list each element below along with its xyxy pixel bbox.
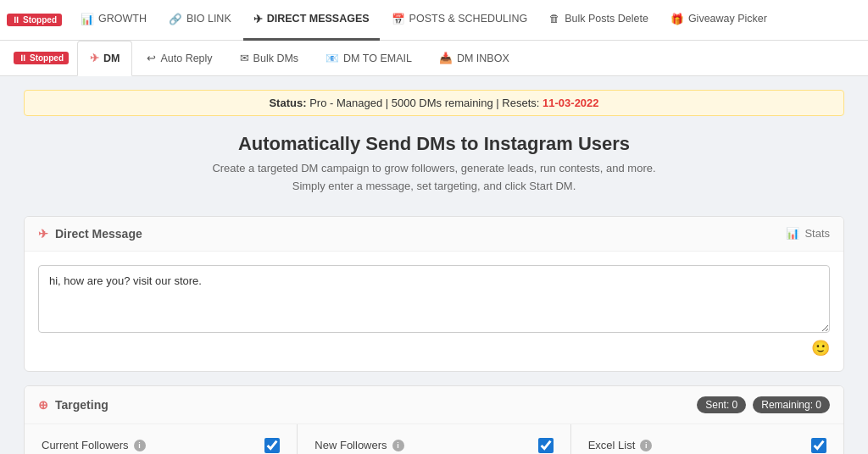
send-icon: ✈ [253,13,263,25]
sub-reply-icon: ↩ [147,52,156,64]
remaining-badge: Remaining: 0 [753,396,830,413]
excel-list-info-icon[interactable]: i [640,440,652,451]
dm-card-body: 🙂 [25,252,843,371]
nav-item-posts[interactable]: 📅 POSTS & SCHEDULING [381,0,538,41]
targeting-icon: ⊕ [38,398,48,412]
resets-label: Resets: [502,97,539,109]
sub-nav: ⏸ Stopped ✈ DM ↩ Auto Reply ✉ Bulk DMs 📧… [0,41,868,76]
separator1: | [386,97,392,109]
main-content: Status: Pro - Managed | 5000 DMs remaini… [10,76,858,454]
targeting-options-row: Current Followers i New Followers i Exce… [25,424,843,454]
nav-item-dm[interactable]: ✈ DIRECT MESSAGES [243,0,380,41]
chart-icon: 📊 [81,13,94,25]
dm-card-header: ✈ Direct Message 📊 Stats [25,217,843,252]
status-value: Pro - Managed [309,97,382,109]
sent-badge: Sent: 0 [697,396,746,413]
sub-nav-autoreply[interactable]: ↩ Auto Reply [134,41,225,76]
hero-section: Automatically Send DMs to Instagram User… [24,133,844,196]
sub-nav-inbox[interactable]: 📥 DM INBOX [426,41,522,76]
dm-card-title: Direct Message [55,227,142,241]
sub-inbox-icon: 📥 [439,52,453,64]
dms-remaining: 5000 DMs remaining [392,97,493,109]
targeting-title-area: ⊕ Targeting [38,398,108,412]
hero-title: Automatically Send DMs to Instagram User… [24,133,844,155]
trash-icon: 🗑 [549,13,560,25]
sub-nav-dm[interactable]: ✈ DM [77,41,132,76]
hero-desc1: Create a targeted DM campaign to grow fo… [24,160,844,178]
nav-item-growth[interactable]: 📊 GROWTH [70,0,157,41]
pause-icon: ⏸ [12,15,20,25]
top-nav: ⏸ Stopped 📊 GROWTH 🔗 BIO LINK ✈ DIRECT M… [0,0,868,41]
link-icon: 🔗 [169,13,182,25]
targeting-card: ⊕ Targeting Sent: 0 Remaining: 0 Current… [24,385,844,454]
nav-item-bulk[interactable]: 🗑 Bulk Posts Delete [539,0,659,41]
resets-date: 11-03-2022 [542,97,599,109]
hero-desc2: Simply enter a message, set targeting, a… [24,178,844,196]
new-followers-checkbox[interactable] [538,438,554,453]
direct-message-card: ✈ Direct Message 📊 Stats 🙂 [24,216,844,372]
targeting-title: Targeting [55,398,108,412]
sub-stopped-badge: ⏸ Stopped [14,52,69,64]
stats-chart-icon: 📊 [786,227,799,240]
emoji-picker-icon[interactable]: 🙂 [38,339,830,357]
sub-nav-dmtoemail[interactable]: 📧 DM TO EMAIL [313,41,425,76]
stopped-label: Stopped [23,15,57,25]
new-followers-label: New Followers [314,439,387,451]
sub-send-icon: ✈ [90,52,99,64]
excel-list-label: Excel List [588,439,636,451]
current-followers-info-icon[interactable]: i [134,440,146,451]
nav-item-giveaway[interactable]: 🎁 Giveaway Picker [660,0,777,41]
message-textarea[interactable] [38,265,830,333]
dm-paper-plane-icon: ✈ [38,227,48,241]
sub-stopped-label: Stopped [30,53,64,63]
current-followers-label: Current Followers [42,439,129,451]
targeting-badges: Sent: 0 Remaining: 0 [697,396,830,413]
sub-pause-icon: ⏸ [19,53,27,63]
dm-card-title-area: ✈ Direct Message [38,227,142,241]
gift-icon: 🎁 [670,13,684,25]
nav-item-biolink[interactable]: 🔗 BIO LINK [159,0,242,41]
stats-label: Stats [804,227,830,240]
new-followers-option: New Followers i [298,424,570,454]
status-bar: Status: Pro - Managed | 5000 DMs remaini… [24,90,844,116]
sub-email-icon: 📧 [326,52,339,64]
new-followers-info-icon[interactable]: i [392,440,404,451]
current-followers-checkbox[interactable] [264,438,280,453]
sub-bulk-icon: ✉ [240,52,249,64]
current-followers-option: Current Followers i [25,424,298,454]
status-text-label: Status: [269,97,306,109]
sub-nav-bulkdms[interactable]: ✉ Bulk DMs [227,41,311,76]
calendar-icon: 📅 [392,13,405,25]
excel-list-checkbox[interactable] [811,438,826,453]
stats-button[interactable]: 📊 Stats [786,227,830,240]
excel-list-option: Excel List i [571,424,843,454]
targeting-card-header: ⊕ Targeting Sent: 0 Remaining: 0 [25,386,843,424]
stopped-badge: ⏸ Stopped [7,14,62,26]
